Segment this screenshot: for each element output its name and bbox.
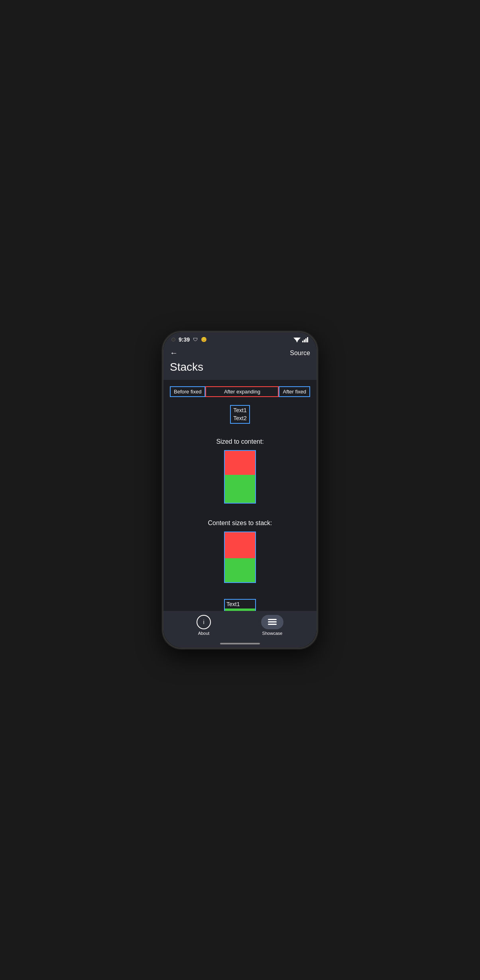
text-stack-box: Text1 Text2 — [230, 405, 250, 424]
svg-rect-3 — [302, 341, 303, 342]
about-icon: i — [197, 615, 211, 629]
svg-rect-8 — [268, 621, 277, 622]
content-sizes-to-stack-section: Content sizes to stack: — [170, 520, 310, 591]
text2-label: Text2 — [233, 415, 246, 423]
signal-bars-icon — [302, 337, 309, 342]
content-green-block — [225, 558, 256, 582]
sized-red-block — [225, 451, 256, 475]
sized-to-content-section: Sized to content: — [170, 438, 310, 512]
tab-after-fixed[interactable]: After fixed — [279, 386, 310, 397]
sized-to-content-stack — [224, 450, 256, 504]
svg-rect-4 — [304, 340, 305, 342]
smiley-icon: 😊 — [201, 337, 207, 342]
svg-rect-9 — [268, 624, 277, 625]
menu-lines-icon — [268, 619, 277, 625]
camera-dot-icon — [171, 338, 175, 342]
text1-in-box: Text1 — [225, 600, 255, 609]
svg-rect-5 — [305, 338, 307, 342]
home-bar — [220, 643, 260, 644]
sized-green-block — [225, 475, 256, 503]
app-bar: ← Source Stacks — [163, 345, 317, 380]
text1-label: Text1 — [233, 407, 246, 415]
text-stack-demo: Text1 Text2 — [170, 405, 310, 430]
tabs-row: Before fixed After expanding After fixed — [170, 386, 310, 397]
sized-to-content-label: Sized to content: — [216, 438, 264, 445]
about-label: About — [198, 631, 210, 636]
home-indicator — [163, 640, 317, 648]
showcase-icon — [261, 615, 283, 629]
content-area: Before fixed After expanding After fixed… — [163, 380, 317, 611]
shield-icon: 🛡 — [193, 337, 198, 342]
text1-green-section: Text1 — [170, 599, 310, 611]
content-red-block — [225, 532, 256, 558]
tab-after-expanding[interactable]: After expanding — [205, 386, 279, 397]
page-title: Stacks — [170, 361, 310, 373]
svg-rect-7 — [268, 619, 277, 620]
bottom-nav: i About Showcase — [163, 611, 317, 640]
source-button[interactable]: Source — [290, 350, 310, 357]
wifi-icon — [293, 337, 301, 342]
status-right — [293, 337, 309, 342]
phone-frame: 9:39 🛡 😊 — [162, 331, 318, 649]
back-button[interactable]: ← — [170, 348, 178, 358]
status-left: 9:39 🛡 😊 — [171, 336, 207, 343]
showcase-label: Showcase — [262, 631, 283, 636]
tab-before-fixed[interactable]: Before fixed — [170, 386, 205, 397]
text1-box-label: Text1 — [226, 601, 240, 607]
app-bar-top: ← Source — [170, 348, 310, 358]
phone-inner: 9:39 🛡 😊 — [163, 332, 317, 648]
text1-green-box: Text1 — [224, 599, 256, 611]
content-sizes-to-stack-label: Content sizes to stack: — [208, 520, 272, 527]
content-sizes-stack — [224, 531, 256, 583]
svg-point-2 — [297, 341, 298, 342]
svg-rect-6 — [307, 337, 308, 342]
text1-green-block — [225, 609, 256, 611]
status-bar: 9:39 🛡 😊 — [163, 332, 317, 345]
nav-about[interactable]: i About — [197, 615, 211, 636]
nav-showcase[interactable]: Showcase — [261, 615, 283, 636]
status-time: 9:39 — [179, 336, 190, 343]
